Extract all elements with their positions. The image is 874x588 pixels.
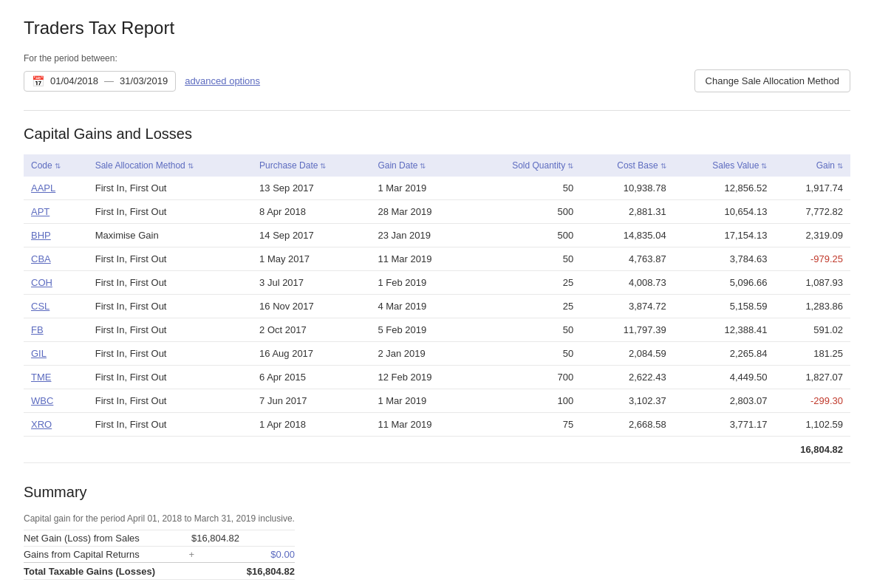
cell-gain-date: 11 Mar 2019 bbox=[370, 247, 470, 271]
cell-sold-quantity: 500 bbox=[471, 200, 581, 224]
cell-allocation-method: First In, First Out bbox=[88, 413, 252, 437]
table-row: FBFirst In, First Out2 Oct 20175 Feb 201… bbox=[24, 318, 850, 342]
cell-sales-value: 2,265.84 bbox=[674, 342, 775, 366]
cell-gain: 1,102.59 bbox=[774, 413, 850, 437]
cell-cost-base: 2,084.59 bbox=[581, 342, 673, 366]
cell-allocation-method: First In, First Out bbox=[88, 366, 252, 389]
cell-purchase-date: 3 Jul 2017 bbox=[252, 271, 370, 295]
table-row: XROFirst In, First Out1 Apr 201811 Mar 2… bbox=[24, 413, 850, 437]
summary-subtitle-row: Capital gain for the period April 01, 20… bbox=[24, 511, 295, 530]
sort-icon: ⇅ bbox=[188, 162, 194, 170]
cell-sales-value: 2,803.07 bbox=[674, 389, 775, 413]
net-gain-row: Net Gain (Loss) from Sales$16,804.82 bbox=[24, 530, 295, 547]
summary-section: Summary Capital gain for the period Apri… bbox=[24, 484, 850, 580]
cell-sales-value: 10,654.13 bbox=[674, 200, 775, 224]
header-code[interactable]: Code⇅ bbox=[24, 154, 88, 177]
code-link[interactable]: XRO bbox=[31, 419, 52, 430]
table-row: AAPLFirst In, First Out13 Sep 20171 Mar … bbox=[24, 177, 850, 200]
date-from: 01/04/2018 bbox=[50, 75, 98, 86]
header-gain_date[interactable]: Gain Date⇅ bbox=[370, 154, 470, 177]
cell-code[interactable]: BHP bbox=[24, 224, 88, 247]
cell-code[interactable]: CSL bbox=[24, 295, 88, 318]
code-link[interactable]: FB bbox=[31, 324, 44, 335]
header-sales_value[interactable]: Sales Value⇅ bbox=[674, 154, 775, 177]
section-divider bbox=[24, 110, 850, 111]
cell-code[interactable]: APT bbox=[24, 200, 88, 224]
sort-icon: ⇅ bbox=[761, 162, 767, 170]
sort-icon: ⇅ bbox=[55, 162, 61, 170]
cell-sales-value: 5,096.66 bbox=[674, 271, 775, 295]
cell-allocation-method: First In, First Out bbox=[88, 271, 252, 295]
code-link[interactable]: TME bbox=[31, 372, 51, 383]
code-link[interactable]: APT bbox=[31, 206, 49, 217]
change-sale-allocation-button[interactable]: Change Sale Allocation Method bbox=[694, 69, 850, 92]
cell-code[interactable]: COH bbox=[24, 271, 88, 295]
cell-gain-date: 5 Feb 2019 bbox=[370, 318, 470, 342]
cell-gain-date: 12 Feb 2019 bbox=[370, 366, 470, 389]
cell-code[interactable]: AAPL bbox=[24, 177, 88, 200]
cell-allocation-method: First In, First Out bbox=[88, 177, 252, 200]
code-link[interactable]: BHP bbox=[31, 230, 51, 241]
table-row: GILFirst In, First Out16 Aug 20172 Jan 2… bbox=[24, 342, 850, 366]
code-link[interactable]: GIL bbox=[31, 348, 47, 359]
table-row: APTFirst In, First Out8 Apr 201828 Mar 2… bbox=[24, 200, 850, 224]
cell-sales-value: 3,784.63 bbox=[674, 247, 775, 271]
code-link[interactable]: AAPL bbox=[31, 182, 55, 194]
cell-gain-date: 1 Mar 2019 bbox=[370, 177, 470, 200]
cell-cost-base: 3,874.72 bbox=[581, 295, 673, 318]
page-title: Traders Tax Report bbox=[24, 18, 850, 38]
header-purchase_date[interactable]: Purchase Date⇅ bbox=[252, 154, 370, 177]
cell-gain: 1,827.07 bbox=[774, 366, 850, 389]
cell-purchase-date: 14 Sep 2017 bbox=[252, 224, 370, 247]
code-link[interactable]: COH bbox=[31, 277, 52, 288]
summary-subtitle-cell: Capital gain for the period April 01, 20… bbox=[24, 511, 295, 530]
cell-purchase-date: 16 Nov 2017 bbox=[252, 295, 370, 318]
header-gain[interactable]: Gain⇅ bbox=[774, 154, 850, 177]
cell-gain-date: 23 Jan 2019 bbox=[370, 224, 470, 247]
cell-cost-base: 2,668.58 bbox=[581, 413, 673, 437]
header-allocation_method[interactable]: Sale Allocation Method⇅ bbox=[88, 154, 252, 177]
cell-purchase-date: 16 Aug 2017 bbox=[252, 342, 370, 366]
cell-code[interactable]: XRO bbox=[24, 413, 88, 437]
table-row: BHPMaximise Gain14 Sep 201723 Jan 201950… bbox=[24, 224, 850, 247]
capital-returns-value: $0.00 bbox=[239, 547, 295, 563]
date-to: 31/03/2019 bbox=[120, 75, 168, 86]
cell-gain-date: 1 Feb 2019 bbox=[370, 271, 470, 295]
sort-icon: ⇅ bbox=[320, 162, 326, 170]
date-range[interactable]: 📅 01/04/2018 — 31/03/2019 bbox=[24, 71, 176, 92]
cell-code[interactable]: GIL bbox=[24, 342, 88, 366]
table-row: TMEFirst In, First Out6 Apr 201512 Feb 2… bbox=[24, 366, 850, 389]
cell-sold-quantity: 50 bbox=[471, 247, 581, 271]
table-body: AAPLFirst In, First Out13 Sep 20171 Mar … bbox=[24, 177, 850, 463]
code-link[interactable]: CBA bbox=[31, 253, 51, 264]
date-dash: — bbox=[104, 75, 114, 86]
cell-purchase-date: 6 Apr 2015 bbox=[252, 366, 370, 389]
table-row: CBAFirst In, First Out1 May 201711 Mar 2… bbox=[24, 247, 850, 271]
cell-cost-base: 3,102.37 bbox=[581, 389, 673, 413]
header-cost_base[interactable]: Cost Base⇅ bbox=[581, 154, 673, 177]
cell-sold-quantity: 50 bbox=[471, 342, 581, 366]
cell-code[interactable]: TME bbox=[24, 366, 88, 389]
cell-sales-value: 4,449.50 bbox=[674, 366, 775, 389]
header-sold_quantity[interactable]: Sold Quantity⇅ bbox=[471, 154, 581, 177]
advanced-options-link[interactable]: advanced options bbox=[185, 75, 260, 86]
cell-sold-quantity: 25 bbox=[471, 295, 581, 318]
cell-code[interactable]: WBC bbox=[24, 389, 88, 413]
cell-purchase-date: 8 Apr 2018 bbox=[252, 200, 370, 224]
cell-cost-base: 14,835.04 bbox=[581, 224, 673, 247]
cell-cost-base: 4,763.87 bbox=[581, 247, 673, 271]
cell-sold-quantity: 50 bbox=[471, 318, 581, 342]
net-gain-label: Net Gain (Loss) from Sales bbox=[24, 530, 160, 547]
cell-purchase-date: 7 Jun 2017 bbox=[252, 389, 370, 413]
cell-gain-date: 4 Mar 2019 bbox=[370, 295, 470, 318]
cell-gain: 1,283.86 bbox=[774, 295, 850, 318]
cell-code[interactable]: CBA bbox=[24, 247, 88, 271]
cell-gain: -299.30 bbox=[774, 389, 850, 413]
cell-allocation-method: First In, First Out bbox=[88, 389, 252, 413]
table-row: WBCFirst In, First Out7 Jun 20171 Mar 20… bbox=[24, 389, 850, 413]
code-link[interactable]: WBC bbox=[31, 395, 53, 406]
cell-code[interactable]: FB bbox=[24, 318, 88, 342]
code-link[interactable]: CSL bbox=[31, 301, 49, 312]
cell-gain: 7,772.82 bbox=[774, 200, 850, 224]
cell-allocation-method: First In, First Out bbox=[88, 318, 252, 342]
